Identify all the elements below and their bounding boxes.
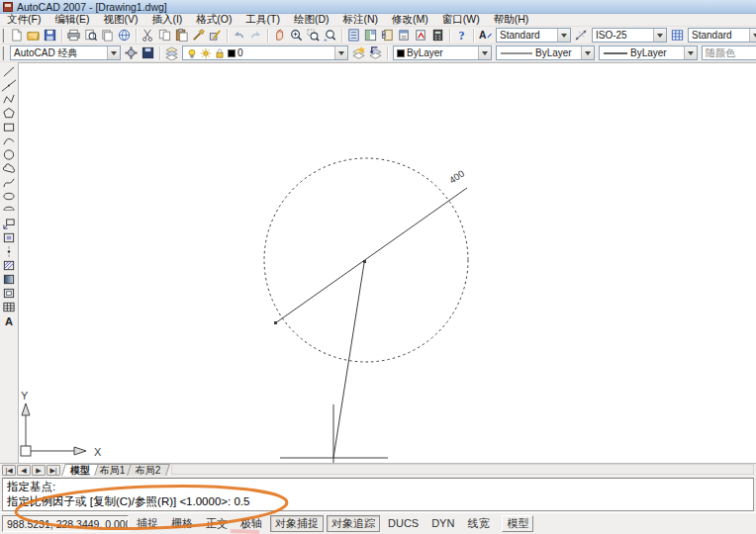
color-combo[interactable]: ByLayer: [393, 45, 492, 60]
menu-help[interactable]: 帮助(H): [487, 13, 536, 27]
circle-icon[interactable]: [1, 147, 18, 161]
center-to-base-line-entity[interactable]: [333, 263, 364, 458]
paste-icon[interactable]: [173, 28, 190, 44]
layer-previous-icon[interactable]: [367, 45, 384, 61]
undo-icon[interactable]: [231, 28, 247, 44]
status-toggle-osnap[interactable]: 对象捕捉: [270, 515, 324, 532]
match-properties-icon[interactable]: [190, 28, 207, 44]
lineweight-combo[interactable]: ByLayer: [599, 45, 698, 60]
linetype-combo[interactable]: ByLayer: [496, 45, 595, 60]
polyline-icon[interactable]: [1, 92, 18, 106]
coordinate-display[interactable]: 988.5231, 228.3449, 0.0000: [2, 515, 129, 532]
menu-view[interactable]: 视图(V): [96, 13, 144, 27]
publish-icon[interactable]: [99, 28, 116, 44]
zoom-window-icon[interactable]: [305, 28, 322, 44]
status-toggle-polar[interactable]: 极轴: [236, 515, 267, 532]
menu-dimension[interactable]: 标注(N): [336, 13, 386, 27]
table-icon[interactable]: [1, 300, 18, 313]
text-style-combo[interactable]: Standard: [496, 28, 571, 43]
tab-last-button[interactable]: ▶|: [47, 465, 60, 476]
mtext-icon[interactable]: A: [1, 313, 18, 327]
menu-window[interactable]: 窗口(W): [435, 13, 487, 27]
status-toggle-grid[interactable]: 栅格: [166, 515, 198, 532]
layer-properties-icon[interactable]: [163, 45, 180, 61]
copy-icon[interactable]: [156, 28, 173, 44]
cut-icon[interactable]: [140, 28, 156, 44]
chevron-down-icon[interactable]: [653, 29, 666, 42]
plot-icon[interactable]: [65, 28, 82, 44]
block-editor-icon[interactable]: [207, 28, 224, 44]
redo-icon[interactable]: [247, 28, 264, 44]
horizontal-scrollbar[interactable]: [171, 464, 754, 475]
properties-icon[interactable]: [345, 28, 362, 44]
tab-layout2[interactable]: 布局2: [127, 464, 169, 476]
construction-line-icon[interactable]: [1, 78, 18, 92]
help-icon[interactable]: ?: [453, 28, 470, 44]
web-icon[interactable]: [116, 28, 133, 44]
status-toggle-ducs[interactable]: DUCS: [383, 515, 424, 532]
drawing-canvas[interactable]: 400 Y X: [19, 62, 756, 463]
chevron-down-icon[interactable]: [557, 29, 570, 42]
plot-style-combo[interactable]: 随颜色: [702, 45, 756, 60]
gradient-icon[interactable]: [1, 272, 18, 286]
sun-freeze-icon[interactable]: [200, 47, 212, 59]
workspace-combo[interactable]: AutoCAD 经典: [10, 45, 121, 60]
chevron-down-icon[interactable]: [107, 46, 120, 59]
lock-icon[interactable]: [214, 47, 226, 59]
tab-first-button[interactable]: |◀: [2, 465, 16, 476]
quickcalc-icon[interactable]: [429, 28, 446, 44]
arc-icon[interactable]: [1, 134, 18, 147]
save-workspace-icon[interactable]: [140, 45, 156, 61]
ellipse-icon[interactable]: [1, 189, 18, 203]
status-toggle-otrack[interactable]: 对象追踪: [327, 515, 380, 532]
status-toggle-snap[interactable]: 捕捉: [132, 515, 163, 532]
chevron-down-icon[interactable]: [334, 46, 347, 59]
ellipse-arc-icon[interactable]: [1, 203, 18, 217]
model-space-button[interactable]: 模型: [502, 515, 533, 532]
revision-cloud-icon[interactable]: [1, 161, 18, 175]
menu-tools[interactable]: 工具(T): [239, 13, 287, 27]
rectangle-icon[interactable]: [1, 120, 18, 134]
open-icon[interactable]: [25, 28, 42, 44]
chevron-down-icon[interactable]: [478, 46, 491, 59]
zoom-previous-icon[interactable]: [322, 28, 338, 44]
markupset-manager-icon[interactable]: [413, 28, 429, 44]
plot-preview-icon[interactable]: [82, 28, 99, 44]
lightbulb-icon[interactable]: [186, 47, 198, 59]
menu-format[interactable]: 格式(O): [189, 13, 238, 27]
tab-next-button[interactable]: ▶: [32, 465, 46, 476]
status-toggle-dyn[interactable]: DYN: [426, 515, 459, 532]
chevron-down-icon[interactable]: [749, 29, 756, 42]
chevron-down-icon[interactable]: [684, 46, 697, 59]
line-icon[interactable]: [1, 64, 18, 78]
point-icon[interactable]: [1, 244, 18, 258]
dim-style-combo[interactable]: ISO-25: [592, 28, 667, 43]
status-toggle-lwt[interactable]: 线宽: [462, 515, 494, 532]
tool-palettes-icon[interactable]: [379, 28, 396, 44]
make-block-icon[interactable]: [1, 230, 18, 244]
region-icon[interactable]: [1, 286, 18, 300]
designcenter-icon[interactable]: [362, 28, 379, 44]
toolbar-grip[interactable]: [2, 29, 6, 43]
polygon-icon[interactable]: [1, 106, 18, 120]
menu-modify[interactable]: 修改(M): [385, 13, 435, 27]
insert-block-icon[interactable]: [1, 217, 18, 230]
status-toggle-ortho[interactable]: 正交: [201, 515, 233, 532]
dimension-label[interactable]: 400: [447, 168, 466, 186]
chevron-down-icon[interactable]: [581, 46, 594, 59]
layer-combo[interactable]: 0: [182, 45, 348, 60]
spline-icon[interactable]: [1, 175, 18, 189]
sheetset-manager-icon[interactable]: [396, 28, 413, 44]
pan-icon[interactable]: [271, 28, 288, 44]
table-style-combo[interactable]: Standard: [688, 28, 756, 43]
command-text-area[interactable]: 指定基点: 指定比例因子或 [复制(C)/参照(R)] <1.0000>: 0.…: [2, 478, 754, 511]
menu-insert[interactable]: 插入(I): [144, 13, 189, 27]
diagonal-line-entity[interactable]: [275, 188, 467, 323]
save-icon[interactable]: [42, 28, 58, 44]
tab-model[interactable]: 模型: [61, 464, 99, 476]
hatch-icon[interactable]: [1, 258, 18, 272]
tab-prev-button[interactable]: ◀: [17, 465, 31, 476]
zoom-realtime-icon[interactable]: [288, 28, 305, 44]
menu-draw[interactable]: 绘图(D): [287, 13, 336, 27]
menu-file[interactable]: 文件(F): [0, 13, 47, 27]
